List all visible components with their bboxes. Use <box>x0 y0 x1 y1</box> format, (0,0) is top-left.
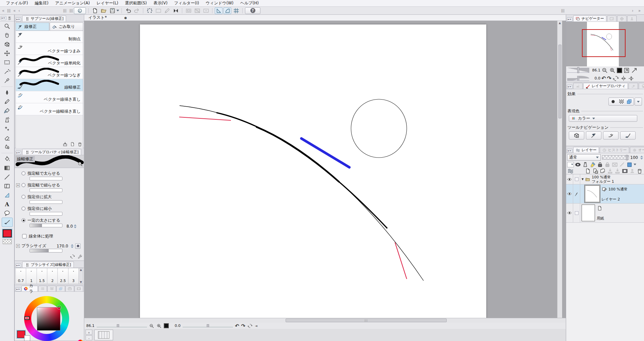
new-subtool-icon[interactable] <box>70 141 75 147</box>
tool-pen[interactable] <box>2 88 12 97</box>
tab-approximate-color[interactable] <box>65 286 74 291</box>
opacity-slider[interactable] <box>602 155 629 160</box>
option-thicken[interactable]: 指定幅で太らせる <box>15 170 84 177</box>
layer-mask-icon[interactable] <box>622 168 628 174</box>
radio-icon[interactable] <box>21 218 26 222</box>
saturation-value-square[interactable] <box>37 307 60 331</box>
merge-down-icon[interactable] <box>614 168 621 174</box>
invert-selection-button[interactable] <box>172 7 180 14</box>
tab-color-set[interactable] <box>38 286 47 291</box>
sv-marker[interactable] <box>57 305 61 309</box>
nav-rotate-slider[interactable] <box>567 76 589 81</box>
zoom-slider[interactable] <box>97 324 147 327</box>
toolnav-line-width-button[interactable] <box>620 131 636 139</box>
tool-correct-line[interactable] <box>2 218 12 227</box>
menu-file[interactable]: ファイル(F) <box>3 0 31 7</box>
fit-screen-icon[interactable] <box>631 67 638 74</box>
navigator-preview[interactable] <box>566 22 644 66</box>
checkbox-icon[interactable] <box>575 211 579 215</box>
tab-item-bank[interactable] <box>627 15 637 21</box>
process-whole-line-row[interactable]: 線全体に処理 <box>22 233 84 239</box>
new-file-button[interactable] <box>91 7 99 14</box>
selection-launch-button[interactable] <box>202 7 210 14</box>
tab-subview[interactable] <box>607 15 616 21</box>
menu-layer[interactable]: レイヤー(L) <box>93 0 122 7</box>
reset-rotation-icon[interactable] <box>612 75 619 82</box>
zoom-in-icon[interactable] <box>156 323 162 329</box>
tool-zoom[interactable] <box>2 22 12 31</box>
tool-fill[interactable] <box>2 155 12 163</box>
tab-line-correct[interactable]: 線修正 <box>15 22 49 31</box>
option-scale-down-slider[interactable] <box>30 212 62 216</box>
eye-icon[interactable] <box>567 210 572 216</box>
effect-dropdown[interactable] <box>635 98 642 106</box>
panel-menu-icon[interactable]: ▸≡ <box>15 264 21 268</box>
checkbox-icon[interactable] <box>22 234 27 238</box>
tab-color-slider[interactable] <box>75 286 83 291</box>
redo-button[interactable] <box>133 7 141 14</box>
tool-text[interactable]: A <box>2 200 12 209</box>
tab-light-table[interactable] <box>639 83 644 89</box>
tab-layer-thumbnail[interactable] <box>573 83 583 89</box>
material-strip-button[interactable] <box>94 330 113 340</box>
clip-mask-icon[interactable] <box>611 161 618 168</box>
selection-fill-button[interactable] <box>193 7 201 14</box>
toolnav-control-point-button[interactable] <box>586 131 601 139</box>
two-tone-pen-icon[interactable] <box>589 161 596 168</box>
nav-zoom-value[interactable]: 86.1 <box>590 68 600 72</box>
brush-size-scrollbar[interactable]: ▲ ▼ <box>79 268 83 284</box>
scroll-up-icon[interactable]: ▲ <box>559 21 561 24</box>
rotate-ccw-icon[interactable]: ↶ <box>235 323 239 329</box>
tab-auto-action[interactable]: オートアクション <box>630 147 644 153</box>
nav-rotation-value[interactable]: 0.0 <box>590 76 600 80</box>
open-file-button[interactable] <box>100 7 107 14</box>
option-scale-up-slider[interactable] <box>30 200 62 204</box>
mask-combo[interactable] <box>567 162 574 167</box>
tab-intermediate-color[interactable] <box>56 286 65 291</box>
option-thin-slider[interactable] <box>30 188 62 192</box>
expand-icon[interactable]: + <box>16 183 20 187</box>
subtool-item-correct-line-width[interactable]: 線幅修正 <box>16 79 83 91</box>
menu-selection[interactable]: 選択範囲(S) <box>122 0 150 7</box>
ruler-link-icon[interactable] <box>619 161 626 168</box>
vertical-scrollbar[interactable]: ▲ <box>557 21 562 318</box>
tone-effect-icon[interactable] <box>618 98 625 105</box>
lock-icon[interactable] <box>597 161 603 168</box>
pasteboard[interactable] <box>84 21 566 318</box>
toolnav-pinch-button[interactable] <box>603 131 618 139</box>
app-logo-button[interactable] <box>74 7 86 14</box>
paper-thumbnail[interactable] <box>582 205 595 221</box>
wrench-icon[interactable] <box>77 254 83 259</box>
detail-settings-icon[interactable] <box>78 161 83 167</box>
new-layer-icon[interactable] <box>585 168 591 174</box>
fixed-width-spinner[interactable] <box>74 224 77 228</box>
palette-color-dropdown[interactable] <box>634 164 636 165</box>
collapse-left2-icon[interactable]: « <box>13 8 15 13</box>
brush-size-spinner[interactable] <box>71 244 73 248</box>
tab-color-wheel[interactable]: カラ <box>21 286 38 291</box>
rotation-value[interactable]: 0.0 <box>175 324 181 328</box>
brush-size-value[interactable]: 170.0 <box>57 244 68 248</box>
tool-pencil[interactable] <box>2 97 12 106</box>
checkbox-icon[interactable] <box>575 177 579 181</box>
option-scale-down[interactable]: 指定倍に縮小 <box>15 205 84 212</box>
panel-menu-icon[interactable]: ▸≡ <box>15 17 21 21</box>
tool-gradient[interactable] <box>2 164 12 172</box>
toolnav-object-button[interactable] <box>569 131 584 139</box>
horizontal-scrollbar[interactable]: ||| <box>84 318 566 323</box>
tool-balloon[interactable] <box>2 209 12 218</box>
scroll-down-icon[interactable]: ▼ <box>80 281 82 284</box>
nav-zoom-slider[interactable] <box>567 68 589 73</box>
zoom-in-icon[interactable] <box>609 67 616 74</box>
menu-view[interactable]: 表示(V) <box>150 0 171 7</box>
scroll-up-icon[interactable]: ▲ <box>80 268 82 271</box>
chevron-left-icon[interactable]: ‹ <box>18 8 20 13</box>
brush-size-source-button[interactable] <box>75 243 81 249</box>
tool-ruler[interactable] <box>2 191 12 200</box>
reset-settings-icon[interactable] <box>70 254 75 259</box>
navigator-view-rect[interactable] <box>582 29 626 57</box>
document-tab[interactable]: イラスト* <box>88 15 107 20</box>
deselect-button[interactable] <box>146 7 153 14</box>
panel-menu-icon[interactable]: ▸≡ <box>567 85 573 89</box>
palette-color-icon[interactable] <box>626 161 633 168</box>
